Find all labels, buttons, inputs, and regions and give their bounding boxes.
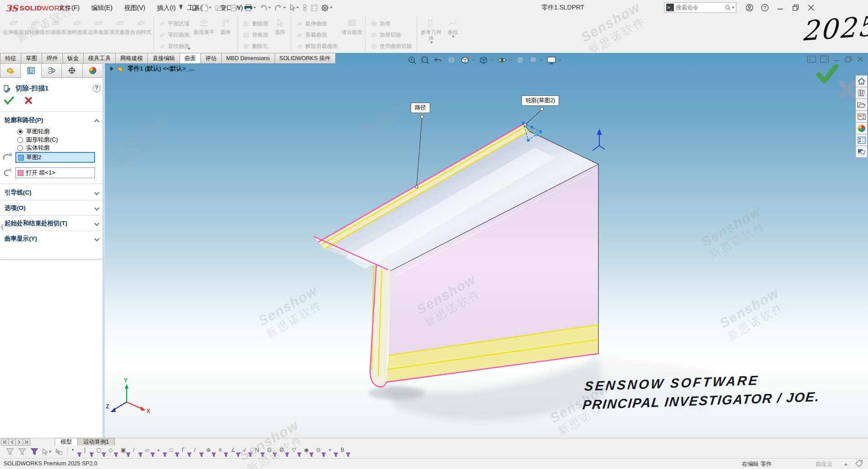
- toggle-selection-filter-icon[interactable]: [29, 446, 40, 457]
- expand-icon[interactable]: [94, 236, 99, 241]
- doc-close-icon[interactable]: [857, 56, 864, 64]
- command-tab[interactable]: 特征: [0, 53, 21, 63]
- filter-surface-finish[interactable]: √: [242, 446, 253, 457]
- zoom-area-icon[interactable]: [420, 55, 430, 65]
- expand-arrow-icon[interactable]: [110, 66, 114, 71]
- redo-icon[interactable]: [274, 2, 287, 14]
- user-account-icon[interactable]: [742, 1, 757, 14]
- minimize-button[interactable]: [773, 1, 788, 14]
- filter-routing-points[interactable]: +: [327, 446, 339, 457]
- ribbon-overflow-arrow[interactable]: [188, 48, 190, 50]
- home-icon[interactable]: [190, 2, 199, 14]
- save-icon[interactable]: [229, 2, 242, 14]
- part-icon[interactable]: [0, 63, 21, 78]
- section-view-icon[interactable]: [446, 55, 456, 65]
- magnet-icon[interactable]: [302, 2, 308, 14]
- next-tab-icon[interactable]: [15, 439, 23, 445]
- appearances-icon[interactable]: [855, 122, 868, 134]
- command-tab[interactable]: 钣金: [62, 53, 84, 63]
- filter-midpoints[interactable]: /: [193, 446, 204, 457]
- forum-icon[interactable]: [855, 146, 868, 158]
- expand-icon[interactable]: [94, 221, 99, 226]
- collapsed-section-header[interactable]: 起始处和结束处相切(T): [0, 217, 103, 230]
- path-field[interactable]: 打开 组<1>: [15, 167, 95, 178]
- view-orientation-icon[interactable]: [460, 55, 475, 65]
- filter-solid-bodies[interactable]: ▣: [120, 446, 131, 457]
- command-tab[interactable]: MBD Dimensions: [221, 53, 275, 63]
- first-tab-icon[interactable]: [1, 439, 9, 445]
- new-document-icon[interactable]: [201, 2, 213, 14]
- model-tab[interactable]: 运动算例1: [77, 438, 115, 445]
- radio-option[interactable]: 草图轮廓: [17, 128, 50, 136]
- command-tab[interactable]: 网格建模: [115, 53, 148, 63]
- dimxpert-icon[interactable]: [62, 63, 82, 78]
- filter-planes[interactable]: ▱: [144, 446, 156, 457]
- filter-dimensions[interactable]: ∠: [230, 446, 241, 457]
- command-search[interactable]: >_: [664, 2, 736, 13]
- zoom-fit-icon[interactable]: [407, 55, 417, 65]
- help-icon[interactable]: ?: [757, 1, 773, 14]
- view-palette-icon[interactable]: [855, 110, 868, 123]
- edit-appearance-icon[interactable]: [515, 55, 525, 65]
- panel-splitter[interactable]: [103, 63, 105, 438]
- filter-blocks[interactable]: B: [340, 446, 351, 457]
- status-arrow-icon[interactable]: [844, 463, 848, 465]
- properties-icon[interactable]: [310, 2, 318, 14]
- search-icon[interactable]: [725, 5, 735, 11]
- feature-tree-flyout[interactable]: 零件1 (默认) <<默认>_...: [110, 65, 194, 73]
- undo-icon[interactable]: [259, 2, 272, 14]
- menu-item[interactable]: 插入(I): [151, 0, 181, 15]
- search-input[interactable]: [676, 5, 725, 11]
- command-tab[interactable]: 模具工具: [83, 53, 116, 63]
- pin-icon[interactable]: [178, 4, 184, 12]
- filter-faces[interactable]: ▢: [95, 446, 107, 457]
- apply-scene-icon[interactable]: [528, 55, 543, 65]
- filter-centerlines[interactable]: ≡: [218, 446, 229, 457]
- display-manager-icon[interactable]: [83, 63, 103, 78]
- home-icon[interactable]: [855, 75, 868, 87]
- filter-balloons[interactable]: ◉: [303, 446, 314, 457]
- select-cursor-icon[interactable]: [41, 446, 52, 457]
- command-tab[interactable]: 直接编辑: [147, 53, 180, 63]
- filter-notes[interactable]: N: [254, 446, 266, 457]
- collapsed-section-header[interactable]: 选项(O): [0, 202, 103, 214]
- configuration-icon[interactable]: [42, 63, 62, 78]
- customize-button[interactable]: 自定义: [816, 460, 833, 468]
- profile-field[interactable]: 草图2: [15, 152, 95, 163]
- filter-connection-points[interactable]: ⊙: [315, 446, 327, 457]
- restore-button[interactable]: [788, 1, 803, 14]
- menu-item[interactable]: 视图(V): [119, 0, 152, 15]
- command-tab[interactable]: 草图: [21, 53, 42, 63]
- print-icon[interactable]: [243, 2, 257, 14]
- command-tab[interactable]: 焊件: [42, 53, 63, 63]
- graphics-viewport[interactable]: Senshow新思诺软件 Senshow新思诺软件 Senshow新思诺软件 S…: [105, 53, 868, 438]
- filter-vertices[interactable]: •: [71, 446, 82, 457]
- radio-icon[interactable]: [17, 137, 23, 143]
- design-library-icon[interactable]: [855, 87, 868, 99]
- clear-filter-icon[interactable]: [5, 446, 15, 457]
- filter-gtol[interactable]: G: [266, 446, 278, 457]
- collapsed-section-header[interactable]: 曲率显示(Y): [0, 232, 103, 245]
- close-button[interactable]: [803, 1, 819, 14]
- command-tab[interactable]: 曲面: [180, 53, 201, 63]
- expand-icon[interactable]: [94, 205, 99, 210]
- hide-show-items-icon[interactable]: [497, 55, 512, 65]
- select-cursor-icon[interactable]: [289, 2, 300, 14]
- collapse-icon[interactable]: [94, 119, 99, 124]
- filter-datums[interactable]: Ø: [279, 446, 290, 457]
- prev-tab-icon[interactable]: [8, 439, 16, 445]
- command-tab[interactable]: SOLIDWORKS 插件: [275, 53, 336, 63]
- doc-restore-icon[interactable]: [844, 56, 853, 64]
- collapsed-section-header[interactable]: 引导线(C): [0, 186, 103, 199]
- command-tab[interactable]: 评估: [200, 53, 222, 63]
- previous-view-icon[interactable]: [433, 55, 443, 65]
- radio-option[interactable]: 圆形轮廓(C): [17, 136, 58, 144]
- property-manager-icon[interactable]: [21, 63, 41, 78]
- radio-icon[interactable]: [17, 129, 23, 135]
- tree-root-label[interactable]: 零件1 (默认) <<默认>_...: [128, 65, 194, 73]
- filter-sketch-points[interactable]: ▪: [157, 446, 168, 457]
- last-tab-icon[interactable]: [23, 439, 30, 445]
- filter-sketches[interactable]: □: [169, 446, 180, 457]
- section-profile-path[interactable]: 轮廓和路径(P): [0, 114, 103, 127]
- custom-properties-icon[interactable]: [855, 134, 868, 146]
